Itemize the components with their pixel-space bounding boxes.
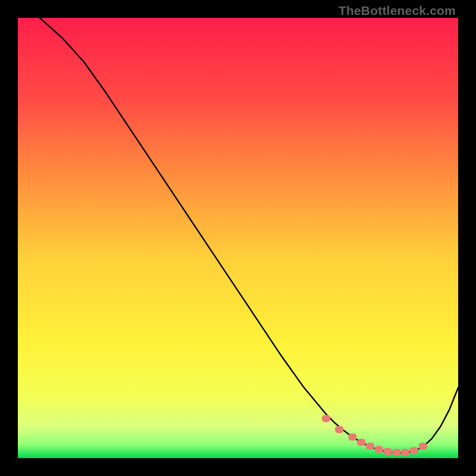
watermark-text: TheBottleneck.com: [339, 4, 456, 18]
svg-rect-3: [348, 434, 356, 441]
svg-rect-8: [392, 449, 400, 456]
chart-frame: TheBottleneck.com: [0, 0, 476, 476]
curve-line: [40, 18, 458, 453]
svg-rect-10: [410, 447, 418, 454]
svg-rect-6: [375, 446, 383, 453]
curve-layer: [18, 18, 458, 458]
svg-rect-4: [357, 439, 365, 446]
optimal-dots: [322, 415, 427, 456]
plot-area: [18, 18, 458, 458]
svg-rect-7: [384, 448, 392, 455]
svg-rect-1: [322, 415, 330, 422]
svg-rect-9: [401, 449, 409, 456]
svg-rect-2: [335, 426, 343, 433]
svg-rect-11: [419, 443, 427, 450]
svg-rect-5: [366, 443, 374, 450]
